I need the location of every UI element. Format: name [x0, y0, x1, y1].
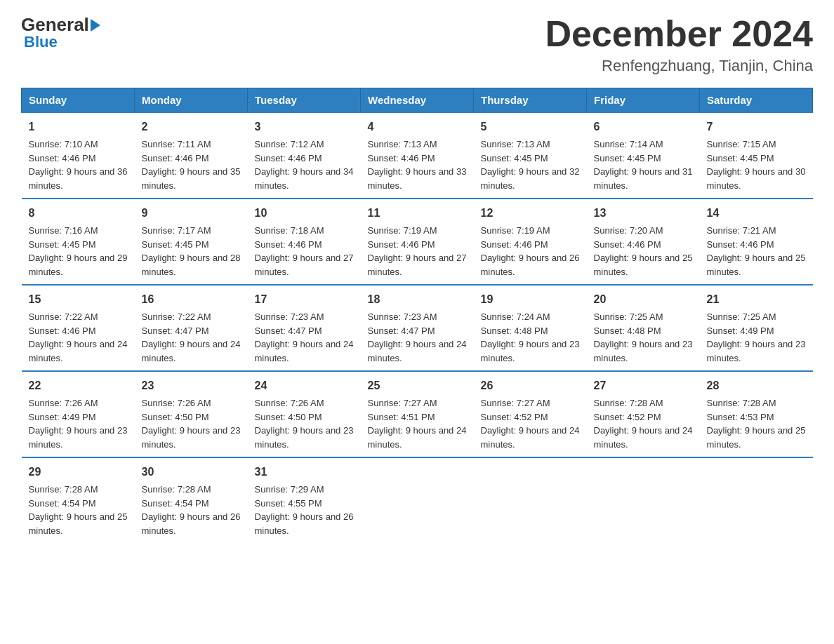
- day-number: 5: [481, 119, 580, 135]
- calendar-cell: 18Sunrise: 7:23 AMSunset: 4:47 PMDayligh…: [361, 285, 474, 371]
- day-number: 24: [255, 377, 354, 394]
- calendar-cell: 22Sunrise: 7:26 AMSunset: 4:49 PMDayligh…: [22, 371, 135, 457]
- day-number: 8: [29, 205, 128, 222]
- calendar-cell: 14Sunrise: 7:21 AMSunset: 4:46 PMDayligh…: [700, 199, 813, 285]
- main-title: December 2024: [545, 14, 813, 54]
- calendar-cell: 3Sunrise: 7:12 AMSunset: 4:46 PMDaylight…: [248, 112, 361, 199]
- calendar-cell: 23Sunrise: 7:26 AMSunset: 4:50 PMDayligh…: [135, 371, 248, 457]
- calendar-cell: 2Sunrise: 7:11 AMSunset: 4:46 PMDaylight…: [135, 112, 248, 199]
- title-block: December 2024 Renfengzhuang, Tianjin, Ch…: [545, 14, 813, 75]
- weekday-header-wednesday: Wednesday: [361, 88, 474, 113]
- calendar-week-row: 29Sunrise: 7:28 AMSunset: 4:54 PMDayligh…: [22, 457, 813, 543]
- calendar-cell: 11Sunrise: 7:19 AMSunset: 4:46 PMDayligh…: [361, 199, 474, 285]
- day-number: 2: [142, 119, 241, 135]
- logo: General Blue: [21, 14, 102, 51]
- day-number: 15: [29, 291, 128, 308]
- calendar-week-row: 15Sunrise: 7:22 AMSunset: 4:46 PMDayligh…: [22, 285, 813, 371]
- day-number: 27: [594, 377, 693, 394]
- calendar-cell: 25Sunrise: 7:27 AMSunset: 4:51 PMDayligh…: [361, 371, 474, 457]
- calendar-cell: 20Sunrise: 7:25 AMSunset: 4:48 PMDayligh…: [587, 285, 700, 371]
- calendar-cell: 29Sunrise: 7:28 AMSunset: 4:54 PMDayligh…: [22, 457, 135, 543]
- day-number: 14: [707, 205, 806, 222]
- calendar-week-row: 8Sunrise: 7:16 AMSunset: 4:45 PMDaylight…: [22, 199, 813, 285]
- weekday-header-row: SundayMondayTuesdayWednesdayThursdayFrid…: [22, 88, 813, 113]
- calendar-cell: 16Sunrise: 7:22 AMSunset: 4:47 PMDayligh…: [135, 285, 248, 371]
- day-number: 7: [707, 119, 806, 135]
- calendar-cell: 27Sunrise: 7:28 AMSunset: 4:52 PMDayligh…: [587, 371, 700, 457]
- calendar-cell: 7Sunrise: 7:15 AMSunset: 4:45 PMDaylight…: [700, 112, 813, 199]
- calendar-cell: 6Sunrise: 7:14 AMSunset: 4:45 PMDaylight…: [587, 112, 700, 199]
- day-number: 1: [29, 119, 128, 135]
- day-number: 4: [368, 119, 467, 135]
- weekday-header-monday: Monday: [135, 88, 248, 113]
- weekday-header-sunday: Sunday: [22, 88, 135, 113]
- calendar-cell: 10Sunrise: 7:18 AMSunset: 4:46 PMDayligh…: [248, 199, 361, 285]
- day-number: 17: [255, 291, 354, 308]
- day-number: 6: [594, 119, 693, 135]
- day-number: 31: [255, 464, 354, 481]
- day-number: 29: [29, 464, 128, 481]
- weekday-header-saturday: Saturday: [700, 88, 813, 113]
- day-number: 13: [594, 205, 693, 222]
- logo-blue: Blue: [24, 33, 58, 51]
- calendar-cell: 15Sunrise: 7:22 AMSunset: 4:46 PMDayligh…: [22, 285, 135, 371]
- day-number: 25: [368, 377, 467, 394]
- calendar-cell: 9Sunrise: 7:17 AMSunset: 4:45 PMDaylight…: [135, 199, 248, 285]
- day-number: 28: [707, 377, 806, 394]
- calendar-cell: [474, 457, 587, 543]
- day-number: 10: [255, 205, 354, 222]
- calendar-cell: 4Sunrise: 7:13 AMSunset: 4:46 PMDaylight…: [361, 112, 474, 199]
- calendar-cell: 5Sunrise: 7:13 AMSunset: 4:45 PMDaylight…: [474, 112, 587, 199]
- calendar-cell: 31Sunrise: 7:29 AMSunset: 4:55 PMDayligh…: [248, 457, 361, 543]
- calendar-cell: [700, 457, 813, 543]
- day-number: 9: [142, 205, 241, 222]
- day-number: 23: [142, 377, 241, 394]
- day-number: 26: [481, 377, 580, 394]
- calendar-cell: 13Sunrise: 7:20 AMSunset: 4:46 PMDayligh…: [587, 199, 700, 285]
- calendar-week-row: 1Sunrise: 7:10 AMSunset: 4:46 PMDaylight…: [22, 112, 813, 199]
- calendar-cell: 8Sunrise: 7:16 AMSunset: 4:45 PMDaylight…: [22, 199, 135, 285]
- weekday-header-tuesday: Tuesday: [248, 88, 361, 113]
- weekday-header-friday: Friday: [587, 88, 700, 113]
- calendar-cell: 17Sunrise: 7:23 AMSunset: 4:47 PMDayligh…: [248, 285, 361, 371]
- calendar-cell: 26Sunrise: 7:27 AMSunset: 4:52 PMDayligh…: [474, 371, 587, 457]
- calendar-cell: 19Sunrise: 7:24 AMSunset: 4:48 PMDayligh…: [474, 285, 587, 371]
- calendar-cell: [587, 457, 700, 543]
- calendar-cell: [361, 457, 474, 543]
- page-header: General Blue December 2024 Renfengzhuang…: [21, 14, 813, 75]
- logo-triangle-icon: [91, 19, 100, 32]
- calendar-table: SundayMondayTuesdayWednesdayThursdayFrid…: [21, 88, 813, 543]
- day-number: 3: [255, 119, 354, 135]
- day-number: 30: [142, 464, 241, 481]
- calendar-cell: 1Sunrise: 7:10 AMSunset: 4:46 PMDaylight…: [22, 112, 135, 199]
- calendar-cell: 28Sunrise: 7:28 AMSunset: 4:53 PMDayligh…: [700, 371, 813, 457]
- day-number: 16: [142, 291, 241, 308]
- subtitle: Renfengzhuang, Tianjin, China: [545, 57, 813, 75]
- calendar-cell: 24Sunrise: 7:26 AMSunset: 4:50 PMDayligh…: [248, 371, 361, 457]
- calendar-cell: 30Sunrise: 7:28 AMSunset: 4:54 PMDayligh…: [135, 457, 248, 543]
- day-number: 21: [707, 291, 806, 308]
- calendar-week-row: 22Sunrise: 7:26 AMSunset: 4:49 PMDayligh…: [22, 371, 813, 457]
- day-number: 11: [368, 205, 467, 222]
- day-number: 20: [594, 291, 693, 308]
- calendar-cell: 12Sunrise: 7:19 AMSunset: 4:46 PMDayligh…: [474, 199, 587, 285]
- day-number: 12: [481, 205, 580, 222]
- day-number: 19: [481, 291, 580, 308]
- day-number: 22: [29, 377, 128, 394]
- calendar-cell: 21Sunrise: 7:25 AMSunset: 4:49 PMDayligh…: [700, 285, 813, 371]
- day-number: 18: [368, 291, 467, 308]
- weekday-header-thursday: Thursday: [474, 88, 587, 113]
